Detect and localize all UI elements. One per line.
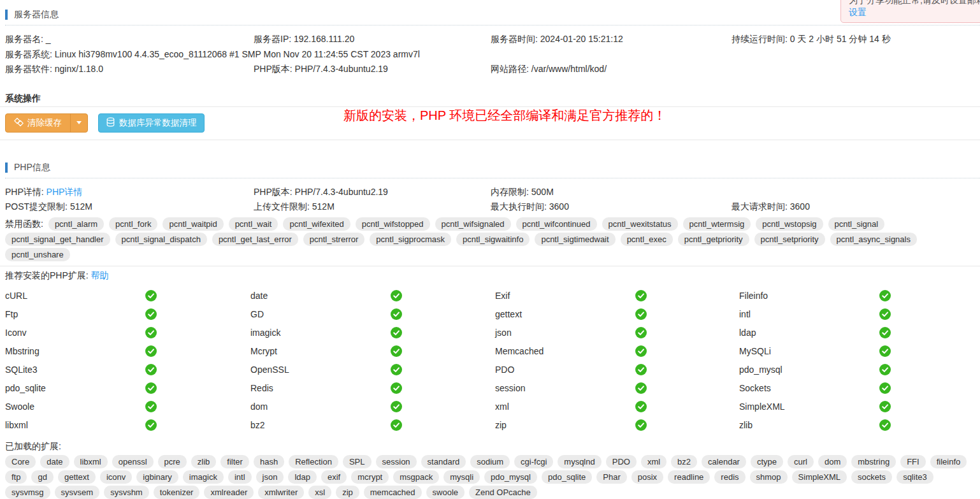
green-check-circle-icon	[879, 419, 891, 431]
green-check-circle-icon	[145, 345, 157, 357]
disabled-functions-label: 禁用函数:	[5, 217, 43, 231]
green-check-circle-icon	[391, 364, 402, 375]
extension-status-row: Mbstring	[0, 345, 245, 357]
extension-name: OpenSSL	[250, 365, 391, 375]
green-check-circle-icon	[635, 345, 647, 357]
disabled-function-pill: pcntl_unshare	[5, 248, 70, 261]
green-check-circle-icon	[145, 419, 157, 431]
server-info-page: 服务器信息 服务器名: _ 服务器IP: 192.168.111.20 服务器时…	[0, 0, 980, 499]
extension-status-row: GD	[245, 308, 490, 320]
extension-status-row: intl	[734, 308, 980, 320]
extension-name: xml	[495, 401, 635, 412]
green-check-circle-icon	[145, 401, 157, 412]
php-detail-field: PHP详情: PHP详情	[5, 185, 254, 200]
loaded-extension-pill: date	[40, 455, 69, 468]
server-system-field: 服务器系统: Linux hi3798mv100 4.4.35_ecoo_811…	[5, 47, 980, 62]
loaded-extension-pill: libxml	[74, 455, 108, 468]
extension-name: gettext	[495, 309, 635, 319]
disabled-function-pill: pcntl_signal_get_handler	[5, 233, 110, 246]
disabled-function-pill: pcntl_wait	[229, 217, 278, 231]
extension-status-row: Memcached	[490, 345, 734, 357]
loaded-extension-pill: pdo_mysql	[484, 470, 537, 484]
db-clean-label: 数据库异常数据清理	[119, 117, 197, 129]
server-section-header: 服务器信息	[5, 9, 980, 20]
loaded-extension-pill: json	[256, 470, 284, 484]
green-check-circle-icon	[145, 382, 157, 394]
disabled-function-pill: pcntl_wtermsig	[683, 217, 751, 231]
section-accent-bar	[5, 163, 8, 173]
loaded-extension-pill: posix	[631, 470, 663, 484]
clear-cache-button[interactable]: 清除缓存	[6, 114, 70, 132]
green-check-circle-icon	[391, 345, 402, 357]
loaded-extension-pill: filter	[220, 455, 249, 468]
upload-limit-field: 上传文件限制: 512M	[254, 199, 491, 215]
disabled-function-pill: pcntl_get_last_error	[212, 233, 298, 246]
disabled-function-pill: pcntl_wifexited	[283, 217, 350, 231]
green-check-circle-icon	[879, 401, 891, 412]
loaded-extension-pill: fileinfo	[930, 455, 967, 468]
loaded-extension-pill: ctype	[751, 455, 783, 468]
green-check-circle-icon	[391, 382, 402, 394]
divider	[0, 266, 980, 266]
disabled-function-pill: pcntl_wifstopped	[356, 217, 430, 231]
extension-name: pdo_sqlite	[5, 383, 145, 393]
extension-name: MySQLi	[739, 346, 879, 356]
disabled-function-pill: pcntl_wifcontinued	[516, 217, 597, 231]
loaded-extension-pill: PDO	[606, 455, 637, 468]
db-clean-button[interactable]: 数据库异常数据清理	[98, 113, 205, 133]
recommended-extensions-label: 推荐安装的PHP扩展: 帮助	[5, 270, 980, 282]
loaded-extension-pill: session	[376, 455, 417, 468]
clear-cache-dropdown-toggle[interactable]	[70, 114, 87, 132]
notification-settings-line: 设置	[849, 6, 980, 18]
green-check-circle-icon	[145, 290, 157, 301]
loaded-extension-pill: igbinary	[136, 470, 178, 484]
loaded-extension-pill: imagick	[183, 470, 224, 484]
loaded-extension-pill: sysvshm	[104, 486, 149, 499]
database-icon	[106, 117, 115, 129]
extension-status-row: ldap	[734, 327, 980, 338]
extension-name: intl	[739, 309, 879, 319]
server-php-version-field: PHP版本: PHP/7.4.3-4ubuntu2.19	[254, 62, 491, 77]
loaded-extension-pill: SPL	[343, 455, 371, 468]
extension-name: imagick	[250, 328, 391, 338]
extension-status-row: dom	[245, 401, 490, 412]
loaded-extension-pill: calendar	[702, 455, 746, 468]
php-version-field: PHP版本: PHP/7.4.3-4ubuntu2.19	[254, 185, 491, 200]
disabled-function-pill: pcntl_waitpid	[162, 217, 223, 231]
extension-name: pdo_mysql	[739, 365, 879, 375]
php-section-title: PHP信息	[14, 162, 50, 173]
help-link[interactable]: 帮助	[91, 270, 109, 280]
empty-cell	[731, 185, 980, 200]
clear-cache-label: 清除缓存	[27, 117, 62, 129]
extension-status-row: imagick	[245, 327, 490, 338]
loaded-extension-pill: FFI	[900, 455, 926, 468]
extension-name: libxml	[5, 420, 145, 430]
php-detail-link[interactable]: PHP详情	[47, 187, 83, 197]
server-name-field: 服务器名: _	[5, 32, 254, 47]
extension-status-row: MySQLi	[734, 345, 980, 357]
loaded-extensions-list: Core date libxml openssl pcre zlib filte…	[5, 455, 980, 499]
server-section-title: 服务器信息	[14, 9, 59, 20]
extension-status-row: Redis	[245, 382, 490, 394]
extension-name: SimpleXML	[739, 401, 879, 412]
system-ops-title: 系统操作	[5, 93, 980, 105]
server-ip-field: 服务器IP: 192.168.111.20	[254, 32, 491, 47]
extension-status-row: Ftp	[0, 308, 245, 320]
clean-wipe-icon	[14, 117, 24, 129]
extension-status-row: pdo_sqlite	[0, 382, 245, 394]
loaded-extension-pill: openssl	[112, 455, 154, 468]
extension-status-row: cURL	[0, 290, 245, 301]
green-check-circle-icon	[391, 327, 402, 338]
green-check-circle-icon	[145, 308, 157, 320]
extension-status-row: Sockets	[734, 382, 980, 394]
settings-link[interactable]: 设置	[849, 7, 867, 17]
extension-name: cURL	[5, 291, 145, 301]
loaded-extension-pill: Reflection	[289, 455, 338, 468]
notification-popup: 为了分享功能正常,请及时设置邮箱 立即 设置	[840, 0, 980, 23]
green-check-circle-icon	[391, 290, 402, 301]
loaded-extension-pill: tokenizer	[154, 486, 200, 499]
green-check-circle-icon	[879, 308, 891, 320]
clear-cache-split-button[interactable]: 清除缓存	[5, 113, 88, 133]
extension-status-row: xml	[490, 401, 734, 412]
extension-status-row: zlib	[734, 419, 980, 431]
